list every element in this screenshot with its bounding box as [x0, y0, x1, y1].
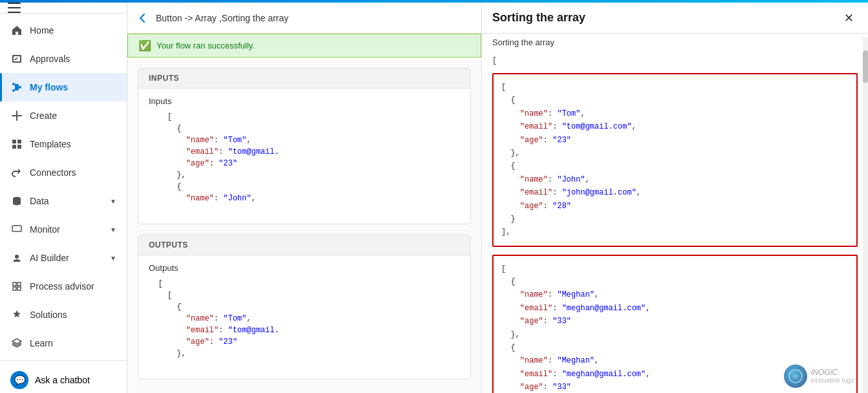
sidebar-label-connectors: Connectors	[30, 167, 76, 178]
sidebar-item-aibuilder[interactable]: AI Builder ▼	[0, 244, 127, 272]
sidebar-label-create: Create	[30, 111, 57, 121]
myflows-icon	[10, 81, 23, 94]
outputs-title: Outputs	[149, 263, 460, 273]
inputs-code: [ { "name": "Tom", "email": "tom@gmail. …	[149, 111, 460, 216]
watermark-logo	[784, 365, 807, 388]
scrollbar-thumb[interactable]	[863, 50, 868, 83]
inputs-header: INPUTS	[138, 69, 470, 89]
svg-rect-3	[12, 140, 16, 143]
chatbot-label: Ask a chatbot	[35, 375, 90, 385]
processadvisor-icon	[10, 280, 23, 293]
sidebar: Home Approvals My flows Create Templates	[0, 3, 127, 393]
main-content: Button -> Array ,Sorting the array ✅ You…	[127, 3, 481, 393]
breadcrumb: Button -> Array ,Sorting the array	[156, 13, 288, 23]
top-accent-bar	[0, 0, 868, 3]
outputs-body: Outputs [ [ { "name": "Tom", "email": "t…	[138, 255, 470, 379]
back-button[interactable]	[138, 13, 148, 23]
aibuilder-arrow-icon: ▼	[110, 255, 116, 262]
panel-title: Sorting the array	[492, 11, 585, 25]
connectors-icon	[10, 166, 23, 179]
sidebar-item-home[interactable]: Home	[0, 16, 127, 45]
monitor-arrow-icon: ▼	[110, 226, 116, 233]
sidebar-label-approvals: Approvals	[30, 54, 70, 64]
home-icon	[10, 24, 23, 37]
sidebar-label-aibuilder: AI Builder	[30, 253, 69, 263]
header-bar: Button -> Array ,Sorting the array	[127, 3, 481, 34]
scrollbar-track[interactable]	[863, 37, 868, 393]
svg-point-0	[12, 83, 15, 85]
svg-point-9	[15, 255, 19, 259]
panel-content: [ [ { "name": "Tom", "email": "tom@gmail…	[482, 51, 868, 393]
ask-chatbot-item[interactable]: 💬 Ask a chatbot	[0, 366, 127, 393]
outputs-section-card: OUTPUTS Outputs [ [ { "name": "Tom", "em…	[138, 235, 471, 379]
monitor-icon	[10, 223, 23, 236]
data-icon	[10, 195, 23, 207]
sidebar-item-solutions[interactable]: Solutions	[0, 301, 127, 329]
sidebar-item-create[interactable]: Create	[0, 101, 127, 130]
svg-point-1	[19, 86, 21, 89]
watermark: iNOGiC innovative logic	[784, 365, 855, 388]
outputs-header: OUTPUTS	[138, 235, 470, 255]
sidebar-item-monitor[interactable]: Monitor ▼	[0, 215, 127, 244]
sidebar-label-myflows: My flows	[30, 82, 68, 92]
sidebar-label-home: Home	[30, 25, 54, 36]
chatbot-icon: 💬	[10, 371, 28, 389]
aibuilder-icon	[10, 251, 23, 264]
data-arrow-icon: ▼	[110, 198, 116, 205]
svg-rect-6	[17, 145, 21, 149]
svg-point-2	[12, 89, 15, 92]
hamburger-menu[interactable]	[8, 3, 21, 13]
close-button[interactable]: ✕	[840, 9, 858, 27]
learn-icon	[10, 337, 23, 350]
sidebar-nav: Home Approvals My flows Create Templates	[0, 14, 127, 360]
sidebar-label-data: Data	[30, 196, 49, 206]
templates-icon	[10, 138, 23, 151]
svg-rect-8	[12, 226, 21, 231]
inputs-body: Inputs [ { "name": "Tom", "email": "tom@…	[138, 89, 470, 224]
sidebar-item-data[interactable]: Data ▼	[0, 187, 127, 215]
sidebar-label-learn: Learn	[30, 338, 53, 348]
success-icon: ✅	[138, 39, 151, 52]
sidebar-header	[0, 3, 127, 14]
sidebar-bottom: 💬 Ask a chatbot	[0, 360, 127, 393]
watermark-text-block: iNOGiC innovative logic	[811, 368, 855, 385]
sidebar-label-monitor: Monitor	[30, 224, 60, 235]
watermark-tagline: innovative logic	[811, 377, 855, 385]
success-bar: ✅ Your flow ran successfully.	[127, 34, 481, 58]
solutions-icon	[10, 308, 23, 321]
json-box-1: [ { "name": "Tom", "email": "tom@gmail.c…	[492, 73, 858, 247]
sidebar-item-learn[interactable]: Learn	[0, 329, 127, 357]
approvals-icon	[10, 52, 23, 65]
success-message: Your flow ran successfully.	[157, 41, 255, 50]
panel-opening-bracket: [	[492, 56, 858, 65]
panel-header: Sorting the array ✕	[482, 3, 868, 34]
sidebar-item-approvals[interactable]: Approvals	[0, 45, 127, 73]
sidebar-item-connectors[interactable]: Connectors	[0, 158, 127, 187]
inputs-section-card: INPUTS Inputs [ { "name": "Tom", "email"…	[138, 68, 471, 224]
outputs-code: [ [ { "name": "Tom", "email": "tom@gmail…	[149, 278, 460, 371]
sidebar-label-processadvisor: Process advisor	[30, 281, 94, 292]
inputs-title: Inputs	[149, 96, 460, 106]
svg-rect-4	[17, 140, 21, 143]
flow-area: INPUTS Inputs [ { "name": "Tom", "email"…	[127, 58, 481, 393]
panel-subtitle: Sorting the array	[482, 34, 868, 51]
sidebar-label-solutions: Solutions	[30, 310, 67, 320]
sidebar-label-templates: Templates	[30, 139, 71, 149]
right-panel: Sorting the array ✕ Sorting the array [ …	[481, 3, 868, 393]
watermark-brand: iNOGiC	[811, 368, 855, 377]
sidebar-item-templates[interactable]: Templates	[0, 130, 127, 158]
svg-rect-5	[12, 145, 16, 149]
create-icon	[10, 109, 23, 122]
sidebar-item-processadvisor[interactable]: Process advisor	[0, 272, 127, 301]
sidebar-item-myflows[interactable]: My flows	[0, 73, 127, 101]
